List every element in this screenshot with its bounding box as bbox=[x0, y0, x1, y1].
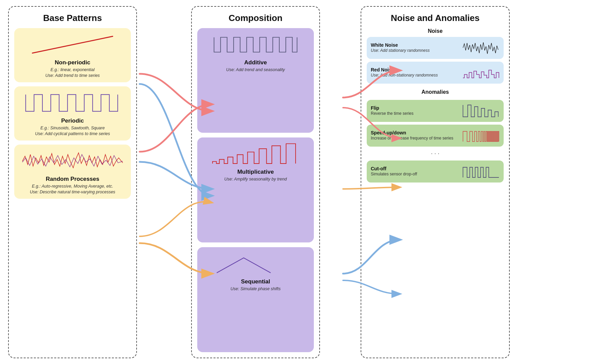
additive-svg bbox=[202, 33, 309, 57]
speed-up-down-card: Speed-up/down Increase or decrease frequ… bbox=[367, 125, 504, 147]
white-noise-text: White Noise Use: Add stationary randomne… bbox=[371, 42, 459, 53]
flip-svg bbox=[462, 103, 500, 119]
sequential-use: Use: Simulate phase shifts bbox=[230, 286, 281, 292]
speed-up-down-svg bbox=[462, 128, 500, 143]
sequential-svg bbox=[202, 252, 309, 276]
red-noise-svg bbox=[462, 65, 500, 80]
white-noise-title: White Noise bbox=[371, 42, 459, 48]
red-noise-use: Use: Add non-stationary randomness bbox=[371, 72, 459, 78]
sequential-card: Sequential Use: Simulate phase shifts bbox=[197, 247, 314, 352]
multiplicative-svg bbox=[202, 142, 309, 166]
multiplicative-use: Use: Amplify seasonality by trend bbox=[224, 176, 287, 183]
random-use: Use: Describe natural time-varying proce… bbox=[30, 189, 115, 195]
cut-off-svg bbox=[462, 164, 500, 179]
periodic-eg: E.g.: Sinusoids, Sawtooth, Square bbox=[40, 125, 105, 131]
additive-title: Additive bbox=[244, 59, 267, 66]
speed-up-down-use: Increase or decrease frequency of time s… bbox=[371, 135, 459, 141]
non-periodic-svg bbox=[19, 33, 126, 57]
composition-title: Composition bbox=[197, 13, 314, 23]
multiplicative-title: Multiplicative bbox=[237, 169, 274, 175]
periodic-title: Periodic bbox=[61, 117, 84, 124]
random-title: Random Processes bbox=[46, 176, 99, 183]
white-noise-card: White Noise Use: Add stationary randomne… bbox=[367, 37, 504, 59]
cut-off-title: Cut-off bbox=[371, 166, 459, 171]
cut-off-card: Cut-off Simulates sensor drop-off bbox=[367, 160, 504, 183]
flip-card: Flip Reverse the time series bbox=[367, 100, 504, 122]
noise-subtitle: Noise bbox=[367, 28, 504, 34]
periodic-use: Use: Add cyclical patterns to time serie… bbox=[35, 131, 110, 137]
random-svg bbox=[19, 149, 126, 173]
speed-up-down-title: Speed-up/down bbox=[371, 130, 459, 135]
cut-off-use: Simulates sensor drop-off bbox=[371, 171, 459, 177]
white-noise-use: Use: Add stationary randomness bbox=[371, 48, 459, 53]
sequential-title: Sequential bbox=[241, 278, 270, 285]
red-noise-title: Red Noise bbox=[371, 67, 459, 72]
noise-anomalies-column: Noise and Anomalies Noise White Noise Us… bbox=[361, 6, 510, 358]
red-noise-card: Red Noise Use: Add non-stationary random… bbox=[367, 62, 504, 84]
anomalies-subtitle: Anomalies bbox=[367, 89, 504, 95]
base-patterns-title: Base Patterns bbox=[14, 13, 131, 23]
non-periodic-title: Non-periodic bbox=[55, 59, 90, 66]
random-eg: E.g.: Auto-regressive, Moving Average, e… bbox=[32, 184, 113, 190]
red-noise-text: Red Noise Use: Add non-stationary random… bbox=[371, 67, 459, 78]
noise-anomalies-title: Noise and Anomalies bbox=[367, 13, 504, 23]
speed-up-down-text: Speed-up/down Increase or decrease frequ… bbox=[371, 130, 459, 141]
multiplicative-card: Multiplicative Use: Amplify seasonality … bbox=[197, 137, 314, 242]
flip-title: Flip bbox=[371, 105, 459, 111]
random-card: Random Processes E.g.: Auto-regressive, … bbox=[14, 145, 131, 199]
periodic-svg bbox=[19, 91, 126, 115]
white-noise-svg bbox=[462, 40, 500, 56]
non-periodic-card: Non-periodic E.g.: linear, exponential U… bbox=[14, 28, 131, 82]
periodic-card: Periodic E.g.: Sinusoids, Sawtooth, Squa… bbox=[14, 86, 131, 141]
additive-use: Use: Add trend and seasonality bbox=[226, 67, 285, 73]
non-periodic-use: Use: Add trend to time series bbox=[45, 73, 100, 79]
base-patterns-column: Base Patterns Non-periodic E.g.: linear,… bbox=[8, 6, 137, 358]
cut-off-text: Cut-off Simulates sensor drop-off bbox=[371, 166, 459, 177]
composition-column: Composition Additive Use: Add trend and … bbox=[191, 6, 320, 358]
svg-line-0 bbox=[33, 36, 113, 53]
anomalies-section: Flip Reverse the time series Speed-up/do… bbox=[367, 100, 504, 183]
non-periodic-eg: E.g.: linear, exponential bbox=[50, 67, 95, 73]
flip-text: Flip Reverse the time series bbox=[371, 105, 459, 116]
flip-use: Reverse the time series bbox=[371, 111, 459, 116]
dots-separator: · · · bbox=[367, 149, 504, 158]
additive-card: Additive Use: Add trend and seasonality bbox=[197, 28, 314, 133]
